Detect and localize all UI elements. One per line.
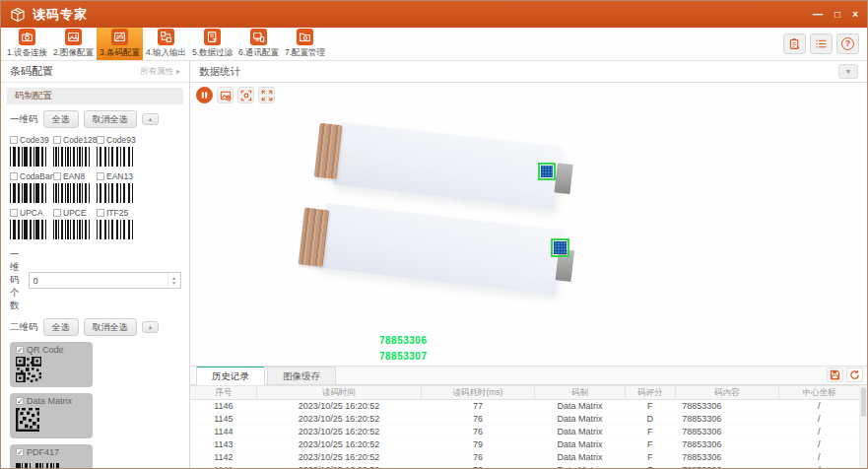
fullscreen-icon [261, 90, 273, 101]
twod-deselect-all-button[interactable]: 取消全选 [84, 318, 137, 336]
cell-code-type: Data Matrix [535, 413, 626, 426]
scrollbar-thumb[interactable] [861, 387, 866, 417]
table-scrollbar[interactable] [859, 385, 867, 468]
upca-checkbox[interactable] [10, 209, 18, 217]
pause-icon [200, 91, 209, 100]
stepper-down-icon[interactable]: ▼ [171, 281, 176, 286]
refresh-button[interactable] [846, 368, 863, 382]
save-icon [830, 369, 840, 380]
detection-box-2 [551, 238, 569, 257]
qr-code-checkbox[interactable] [16, 346, 24, 354]
fullscreen-button[interactable] [258, 87, 275, 103]
all-properties-link[interactable]: 所有属性 ▸ [140, 66, 180, 78]
tab-history-record[interactable]: 历史记录 [196, 366, 265, 385]
table-row[interactable]: 11432023/10/25 16:20:5279Data MatrixF788… [190, 438, 859, 451]
cell-serial: 1146 [190, 400, 257, 413]
tab-barcode-config[interactable]: 3.条码配置 [97, 28, 143, 60]
titlebar: 读码专家 — □ × [1, 1, 867, 28]
stats-collapse-button[interactable]: ▼ [838, 64, 858, 79]
tab-comm-config[interactable]: 6.通讯配置 [235, 28, 282, 60]
refresh-icon [849, 369, 860, 380]
upce-checkbox[interactable] [53, 209, 61, 217]
ean13-checkbox[interactable] [97, 172, 104, 180]
data-matrix-checkbox[interactable] [16, 397, 24, 405]
cell-read-time: 2023/10/25 16:20:52 [257, 413, 421, 426]
itf25-checkbox[interactable] [97, 209, 104, 217]
twod-collapse-button[interactable]: ▲ [142, 321, 160, 333]
data-matrix-code-region [541, 166, 553, 177]
image-export-button[interactable] [217, 87, 234, 103]
tab-config-manage[interactable]: 7.配置管理 [282, 28, 328, 60]
config-manage-icon [297, 29, 313, 45]
help-button[interactable]: ? [836, 34, 859, 54]
oned-count-row: 一维码个数 ▲▼ [1, 244, 189, 315]
tab-image-config[interactable]: 2.图像配置 [50, 28, 97, 60]
pdf417-checkbox[interactable] [16, 448, 24, 456]
tab-image-cache[interactable]: 图像缓存 [267, 367, 336, 384]
oned-deselect-all-button[interactable]: 取消全选 [84, 110, 137, 128]
cell-read-time: 2023/10/25 16:20:52 [257, 451, 421, 464]
upca-barcode-image [10, 220, 47, 239]
tab-input-output[interactable]: 4.输入输出 [143, 28, 189, 60]
table-row[interactable]: 11452023/10/25 16:20:5276Data MatrixD788… [190, 413, 859, 426]
qr-code-image [16, 357, 87, 382]
table-row[interactable]: 11462023/10/25 16:20:5277Data MatrixF788… [190, 400, 859, 413]
barcode-type-label: Code39 [20, 135, 49, 145]
focus-region-button[interactable] [237, 87, 254, 103]
barcode-type-label: EAN8 [63, 171, 85, 181]
cell-serial: 1143 [190, 438, 257, 451]
cell-elapsed: 76 [421, 451, 534, 464]
twod-select-all-button[interactable]: 全选 [43, 318, 79, 336]
save-button[interactable] [827, 368, 843, 382]
oned-collapse-button[interactable]: ▲ [142, 113, 160, 125]
code93-checkbox[interactable] [97, 136, 104, 144]
pdf417-card[interactable]: PDF417 [10, 444, 93, 468]
barcode-type-item: Code128 [53, 135, 97, 167]
code128-checkbox[interactable] [53, 136, 61, 144]
data-filter-icon [204, 29, 221, 45]
cell-center: / [778, 438, 859, 451]
oned-count-stepper: ▲▼ [29, 272, 181, 289]
codabar-checkbox[interactable] [10, 172, 18, 180]
cell-content: 78853306 [675, 438, 778, 451]
tab-data-filter[interactable]: 5.数据过滤 [189, 28, 235, 60]
maximize-button[interactable]: □ [835, 10, 840, 20]
stepper-arrows[interactable]: ▲▼ [167, 273, 180, 288]
cell-grade: F [625, 451, 675, 464]
oned-count-input[interactable] [30, 273, 167, 288]
minimize-button[interactable]: — [813, 10, 823, 20]
col-grade: 码评分 [625, 386, 675, 400]
table-row[interactable]: 11422023/10/25 16:20:5276Data MatrixF788… [190, 451, 859, 464]
data-matrix-card[interactable]: Data Matrix [10, 393, 93, 438]
list-button[interactable] [810, 34, 833, 54]
image-export-icon [220, 90, 232, 101]
cell-code-type: Data Matrix [535, 464, 626, 469]
barcode-type-item: ITF25 [97, 208, 140, 239]
table-row[interactable]: 11412023/10/25 16:20:5276Data MatrixF788… [190, 464, 859, 469]
barcode-type-item: EAN8 [53, 171, 97, 203]
cell-grade: F [625, 464, 675, 469]
qr-code-card[interactable]: QR Code [10, 342, 93, 387]
col-content: 码内容 [675, 386, 778, 400]
battery-cell-photo-2 [318, 203, 563, 295]
barcode-type-item: UPCE [53, 208, 97, 239]
barcode-type-label: ITF25 [106, 208, 128, 218]
oned-label: 一维码 [10, 113, 38, 126]
chevron-right-icon: ▸ [176, 66, 180, 76]
oned-select-all-button[interactable]: 全选 [43, 110, 79, 128]
close-button[interactable]: × [852, 10, 858, 20]
pause-button[interactable] [196, 87, 213, 103]
tab-device-connect[interactable]: 1.设备连接 [4, 28, 50, 60]
cell-read-time: 2023/10/25 16:20:52 [257, 400, 421, 413]
cell-grade: F [625, 400, 675, 413]
table-row[interactable]: 11442023/10/25 16:20:5276Data MatrixF788… [190, 426, 859, 438]
cell-center: / [778, 400, 859, 413]
code39-checkbox[interactable] [10, 136, 18, 144]
itf25-barcode-image [97, 220, 134, 239]
left-panel-title: 条码配置 [10, 64, 53, 79]
ean8-checkbox[interactable] [53, 172, 61, 180]
barcode-config-panel: 条码配置 所有属性 ▸ 码制配置 一维码 全选 取消全选 ▲ Code39 [1, 61, 190, 468]
tab-label: 3.条码配置 [100, 47, 140, 59]
barcode-type-label: UPCE [63, 208, 87, 218]
log-button[interactable] [783, 34, 806, 54]
